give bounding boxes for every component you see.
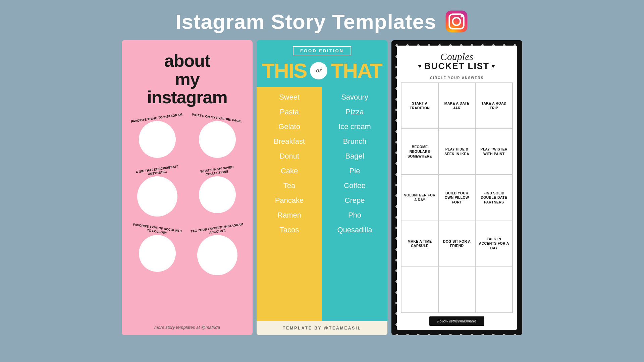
left-item-1: Pasta — [280, 105, 299, 119]
couples-script-title: Couples — [440, 51, 473, 62]
bucket-cell-8: FIND SOLID DOUBLE-DATE PARTNERS — [475, 175, 513, 221]
bucket-list-label: BUCKET LIST — [424, 61, 489, 71]
circle-item-4: WHAT'S IN MY SAVED COLLECTIONS: — [190, 167, 244, 217]
right-item-7: Crepe — [345, 193, 365, 208]
circle-item-3: A GIF THAT DESCRIBES MY AESTHETIC: — [130, 167, 184, 217]
svg-point-3 — [461, 15, 463, 17]
bucket-cell-empty-1 — [438, 267, 476, 313]
this-or-that-row: THIS or THAT — [262, 59, 382, 82]
left-item-6: Tea — [283, 178, 295, 193]
instagram-icon — [444, 9, 469, 34]
card1-circles: FAVORITE THING TO INSTAGRAM: WHAT'S ON M… — [127, 116, 247, 285]
bucket-cell-6: VOLUNTEER FOR A DAY — [401, 175, 438, 221]
bucket-cell-10: DOG SIT FOR A FRIEND — [438, 221, 476, 267]
col-right: Savoury Pizza Ice cream Brunch Bagel Pie… — [322, 87, 387, 321]
circle-4 — [199, 176, 236, 213]
right-item-2: Ice cream — [338, 119, 371, 134]
bucket-cell-empty-2 — [475, 267, 513, 313]
circle-item-6: TAG YOUR FAVORITE INSTAGRAM ACCOUNT: — [190, 226, 244, 275]
left-item-8: Ramen — [277, 208, 301, 223]
bucket-cell-0: START A TRADITION — [401, 83, 438, 129]
heart-left-icon: ♥ — [418, 63, 422, 70]
this-text: THIS — [262, 59, 307, 82]
bucket-cell-4: PLAY HIDE & SEEK IN IKEA — [438, 129, 476, 175]
bucket-grid: START A TRADITION MAKE A DATE JAR TAKE A… — [401, 82, 513, 313]
circle-5 — [139, 235, 176, 272]
bucket-cell-9: MAKE A TIME CAPSULE — [401, 221, 438, 267]
bucket-cell-7: BUILD YOUR OWN PILLOW FORT — [438, 175, 476, 221]
circle-6 — [197, 235, 237, 275]
bucket-cell-5: PLAY TWISTER WITH PAINT — [475, 129, 513, 175]
left-item-3: Breakfast — [274, 134, 305, 149]
right-item-3: Brunch — [343, 134, 367, 149]
that-text: THAT — [331, 59, 382, 82]
card-this-or-that: FOOD EDITION THIS or THAT Sweet Pasta Ge… — [257, 40, 387, 335]
left-item-5: Cake — [281, 164, 298, 178]
card1-footer: more story templates at @mafrida — [122, 325, 253, 330]
or-circle: or — [310, 62, 327, 79]
circle-item-1: FAVORITE THING TO INSTAGRAM: — [130, 116, 184, 158]
right-item-1: Pizza — [346, 105, 364, 119]
right-item-4: Bagel — [345, 149, 364, 164]
card2-footer: TEMPLATE BY @TEAMEASIL — [257, 321, 387, 335]
bucket-cell-11: TALK IN ACCENTS FOR A DAY — [475, 221, 513, 267]
food-edition-badge: FOOD EDITION — [293, 46, 351, 55]
left-item-4: Donut — [279, 149, 299, 164]
cards-container: aboutmyinstagram FAVORITE THING TO INSTA… — [0, 40, 644, 335]
right-item-0: Savoury — [341, 90, 368, 105]
card2-body: Sweet Pasta Gelato Breakfast Donut Cake … — [257, 87, 387, 321]
heart-right-icon: ♥ — [491, 63, 496, 70]
card2-top: FOOD EDITION THIS or THAT — [257, 40, 387, 87]
circle-2 — [199, 121, 236, 158]
bucket-list-title: ♥ BUCKET LIST ♥ — [418, 61, 495, 71]
left-item-7: Pancake — [275, 193, 304, 208]
circle-item-2: WHAT'S ON MY EXPLORE PAGE: — [190, 116, 244, 158]
bucket-cell-3: BECOME REGULARS SOMEWHERE — [401, 129, 438, 175]
card-about-instagram: aboutmyinstagram FAVORITE THING TO INSTA… — [122, 40, 253, 335]
page-title: Istagram Story Templates — [175, 10, 436, 34]
col-left: Sweet Pasta Gelato Breakfast Donut Cake … — [257, 87, 322, 321]
circle-item-5: FAVORITE TYPE OF ACCOUNTS TO FOLLOW: — [130, 226, 184, 275]
left-item-2: Gelato — [278, 119, 300, 134]
right-item-6: Coffee — [344, 178, 365, 193]
bucket-cell-1: MAKE A DATE JAR — [438, 83, 476, 129]
page-header: Istagram Story Templates — [0, 0, 644, 40]
left-item-0: Sweet — [279, 90, 300, 105]
circle-answers-label: CIRCLE YOUR ANSWERS — [430, 76, 484, 80]
card1-title: aboutmyinstagram — [147, 52, 227, 107]
left-item-9: Tacos — [280, 223, 299, 237]
follow-tag: Follow @theemasphere — [429, 316, 484, 326]
bucket-cell-empty-0 — [401, 267, 438, 313]
card-couples-bucket-list: Couples ♥ BUCKET LIST ♥ CIRCLE YOUR ANSW… — [391, 40, 522, 335]
card3-inner: Couples ♥ BUCKET LIST ♥ CIRCLE YOUR ANSW… — [397, 46, 517, 330]
right-item-8: Pho — [348, 208, 361, 223]
bucket-cell-2: TAKE A ROAD TRIP — [475, 83, 513, 129]
circle-1 — [139, 121, 176, 158]
circle-3 — [137, 176, 177, 217]
right-item-5: Pie — [350, 164, 360, 178]
right-item-9: Quesadilla — [337, 223, 372, 237]
